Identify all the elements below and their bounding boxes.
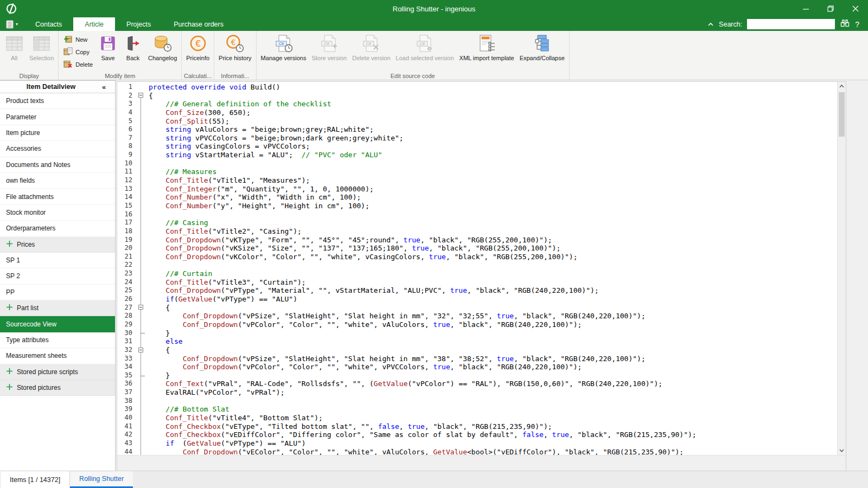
scroll-up-icon[interactable] — [838, 82, 846, 91]
horizontal-scrollbar[interactable] — [117, 455, 846, 471]
line-number: 20 — [117, 244, 136, 253]
ribbon-button-label: Copy — [75, 49, 90, 55]
code-line: 34 Conf_Dropdown("vPColor", "Color", "",… — [117, 363, 837, 371]
search-input[interactable] — [747, 19, 835, 29]
ribbon-button-label: Store version — [311, 55, 347, 61]
sidebar-item-label: own fields — [6, 177, 35, 184]
menu-tab-contacts[interactable]: Contacts — [24, 17, 73, 31]
code-line: 8 string vCasingColors = vPVCColors; — [117, 142, 837, 151]
ribbon-button-delete-version: C#Delete version — [349, 31, 393, 61]
sidebar-item-documents-and-notes[interactable]: Documents and Notes — [0, 157, 115, 173]
sidebar-item-sp-2[interactable]: SP 2 — [0, 268, 115, 284]
line-number: 41 — [117, 422, 136, 431]
ribbon-collapse-chevron-icon[interactable] — [707, 21, 714, 28]
line-number: 9 — [117, 151, 136, 159]
code-text: Conf_Title("vTitle1", "Measures"); — [146, 176, 837, 185]
code-text: //# General definition of the checklist — [146, 100, 837, 108]
fold-box-icon[interactable] — [138, 305, 143, 310]
vertical-scrollbar[interactable] — [837, 82, 846, 455]
ribbon-button-manage-versions[interactable]: C#Manage versions — [258, 31, 309, 61]
sidebar-item-sp-1[interactable]: SP 1 — [0, 253, 115, 268]
sidebar-item-item-picture[interactable]: Item picture — [0, 125, 115, 141]
ribbon-button-label: Delete — [75, 61, 93, 68]
bottom-tab-items-1-14372[interactable]: Items [1 / 14372] — [0, 471, 70, 488]
changelog-icon — [153, 34, 173, 53]
fold-collapse-icon[interactable] — [136, 92, 146, 100]
code-text: Conf_Number("y", "Height", "Height in cm… — [146, 202, 837, 210]
sidebar-item-stored-pictures[interactable]: Stored pictures — [0, 380, 115, 396]
sidebar-item-file-attachments[interactable]: File attachments — [0, 189, 115, 204]
sidebar-item-stored-picture-scripts[interactable]: Stored picture scripts — [0, 364, 115, 380]
bottom-tab-rolling-shutter[interactable]: Rolling Shutter — [70, 471, 133, 488]
fold-box-icon[interactable] — [138, 348, 143, 352]
sidebar-item-label: Parameter — [6, 113, 36, 121]
fold-column — [136, 371, 146, 380]
sidebar-item-own-fields[interactable]: own fields — [0, 173, 115, 189]
sidebar-item-stock-monitor[interactable]: Stock monitor — [0, 205, 115, 221]
minimize-button[interactable] — [793, 0, 818, 17]
ribbon-button-save[interactable]: Save — [95, 31, 120, 61]
help-button[interactable]: ? — [855, 20, 859, 29]
sidebar-item-sourcecode-view[interactable]: Sourcecode View — [0, 316, 115, 332]
ribbon-button-changelog[interactable]: Changelog — [145, 31, 180, 61]
binoculars-icon[interactable] — [840, 19, 850, 29]
ribbon-group-edit-source-code: C#Manage versionsC#Store versionC#Delete… — [257, 31, 570, 80]
sidebar-item-orderparameters[interactable]: Orderparameters — [0, 221, 115, 236]
close-button[interactable] — [843, 0, 868, 17]
scroll-down-icon[interactable] — [838, 446, 846, 455]
fold-column — [136, 159, 146, 168]
plus-icon — [6, 304, 13, 312]
ribbon-button-back[interactable]: Back — [120, 31, 145, 61]
manage-versions-icon: C# — [274, 34, 293, 53]
line-number: 15 — [117, 202, 136, 210]
ribbon-group-label: Modify item — [59, 73, 181, 79]
sidebar-item-label: Orderparameters — [6, 224, 55, 232]
app-menu-button[interactable]: ▾ — [0, 17, 24, 31]
scrollbar-thumb[interactable] — [839, 92, 845, 137]
fold-collapse-icon[interactable] — [136, 304, 146, 312]
xml-import-icon — [477, 34, 496, 53]
sidebar-item-accessories[interactable]: Accessories — [0, 141, 115, 157]
ribbon-button-label: Delete version — [352, 55, 390, 61]
code-text: Conf_Checkbox("vEType", "Tilted bottom s… — [146, 422, 837, 431]
sidebar-item-prices[interactable]: Prices — [0, 237, 115, 253]
code-line: 24 Conf_Title("vTitle3", "Curtain"); — [117, 278, 837, 287]
menu-tab-projects[interactable]: Projects — [115, 17, 162, 31]
back-icon — [123, 34, 143, 53]
sidebar-item-measurement-sheets[interactable]: Measurement sheets — [0, 348, 115, 364]
collapse-sidebar-icon[interactable]: « — [102, 83, 115, 91]
ribbon-button-expand-collapse[interactable]: Expand/Collapse — [517, 31, 567, 61]
sidebar-item-parameter[interactable]: Parameter — [0, 109, 115, 125]
ribbon-button-delete[interactable]: Delete — [60, 58, 95, 70]
ribbon-button-priceinfo[interactable]: €Priceinfo — [183, 31, 212, 61]
sidebar-item-product-texts[interactable]: Product texts — [0, 93, 115, 109]
ribbon-group-end — [570, 31, 580, 80]
fold-column — [136, 244, 146, 253]
code-line: 39 //# Bottom Slat — [117, 405, 837, 414]
ribbon-button-label: Manage versions — [261, 55, 307, 61]
sidebar-item-type-attributes[interactable]: Type attributes — [0, 332, 115, 348]
code-editor[interactable]: 1protected override void Build()2{3 //# … — [117, 82, 837, 455]
fold-column — [136, 227, 146, 236]
line-number: 25 — [117, 286, 136, 295]
sidebar-item-pp[interactable]: PP — [0, 285, 115, 300]
ribbon-button-new[interactable]: New — [60, 33, 95, 46]
line-number: 35 — [117, 371, 136, 380]
ribbon-button-price-history[interactable]: €Price history — [216, 31, 254, 61]
code-line: 29 Conf_Dropdown("vPColor", "Color", "",… — [117, 320, 837, 329]
code-text: Conf_Title("vTitle2", "Casing"); — [146, 227, 837, 236]
ribbon-group-label: Edit source code — [257, 73, 569, 79]
ribbon-button-xml-import-template[interactable]: XML import template — [457, 31, 517, 61]
sidebar-item-part-list[interactable]: Part list — [0, 300, 115, 316]
menu-tab-purchase-orders[interactable]: Purchase orders — [162, 17, 235, 31]
fold-box-icon[interactable] — [138, 93, 143, 98]
menu-tab-article[interactable]: Article — [73, 17, 115, 31]
ribbon-group-label: Informati... — [214, 73, 256, 79]
load-version-icon: C# — [415, 34, 435, 53]
fold-collapse-icon[interactable] — [136, 346, 146, 355]
code-line: 18 Conf_Title("vTitle2", "Casing"); — [117, 227, 837, 236]
restore-button[interactable] — [818, 0, 843, 17]
line-number: 31 — [117, 337, 136, 346]
ribbon-button-copy[interactable]: Copy — [60, 46, 95, 58]
fold-column — [136, 210, 146, 219]
